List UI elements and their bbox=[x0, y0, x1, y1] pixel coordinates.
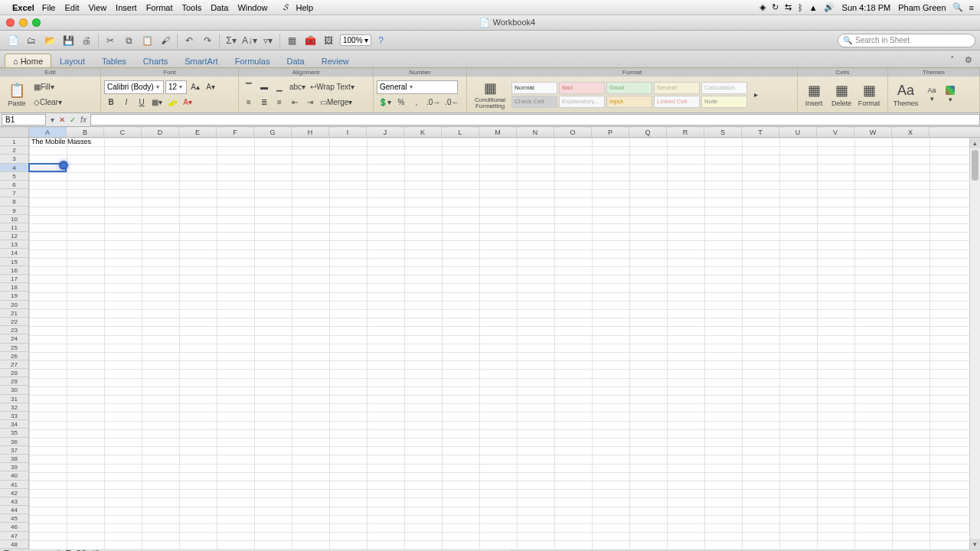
col-header-M[interactable]: M bbox=[479, 127, 517, 137]
row-header-45[interactable]: 45 bbox=[0, 514, 28, 523]
style-note[interactable]: Note bbox=[701, 96, 747, 108]
menu-data[interactable]: Data bbox=[211, 3, 228, 12]
tab-data[interactable]: Data bbox=[278, 54, 312, 67]
fill-button[interactable]: ▦ Fill ▾ bbox=[32, 80, 56, 94]
cut-button[interactable]: ✂ bbox=[102, 33, 119, 48]
vscroll-thumb[interactable] bbox=[972, 150, 978, 181]
col-header-Q[interactable]: Q bbox=[629, 127, 667, 137]
col-header-I[interactable]: I bbox=[329, 127, 367, 137]
print-button[interactable]: 🖨 bbox=[78, 33, 95, 48]
font-color-button[interactable]: A▾ bbox=[181, 96, 194, 109]
align-top-button[interactable]: ▔ bbox=[242, 80, 256, 94]
col-header-W[interactable]: W bbox=[854, 127, 892, 137]
decrease-indent-button[interactable]: ⇤ bbox=[288, 96, 302, 109]
zoom-combo[interactable]: 100%▾ bbox=[340, 34, 371, 46]
row-header-16[interactable]: 16 bbox=[0, 266, 28, 275]
row-header-17[interactable]: 17 bbox=[0, 275, 28, 283]
percent-button[interactable]: % bbox=[394, 96, 408, 109]
menu-window[interactable]: Window bbox=[237, 3, 267, 12]
help-button[interactable]: ? bbox=[373, 33, 390, 48]
menu-file[interactable]: File bbox=[42, 3, 56, 12]
delete-cells-button[interactable]: ▦Delete bbox=[828, 82, 854, 107]
undo-button[interactable]: ↶ bbox=[181, 33, 198, 48]
row-header-38[interactable]: 38 bbox=[0, 455, 28, 463]
new-from-template-button[interactable]: 🗂 bbox=[23, 33, 40, 48]
row-header-30[interactable]: 30 bbox=[0, 386, 28, 394]
col-header-P[interactable]: P bbox=[592, 127, 629, 137]
formula-cancel-button[interactable]: ✕ bbox=[57, 116, 67, 124]
row-header-20[interactable]: 20 bbox=[0, 301, 28, 309]
paste-button[interactable]: 📋 bbox=[139, 33, 155, 48]
col-header-X[interactable]: X bbox=[892, 127, 929, 137]
theme-fonts-button[interactable]: Aa▾ bbox=[922, 86, 942, 103]
toolbox-button[interactable]: 🧰 bbox=[302, 33, 318, 48]
themes-button[interactable]: AaThemes bbox=[891, 83, 920, 107]
save-button[interactable]: 💾 bbox=[60, 33, 77, 48]
row-header-23[interactable]: 23 bbox=[0, 326, 28, 334]
fill-color-button[interactable]: ◢▾ bbox=[165, 96, 179, 109]
align-center-button[interactable]: ≣ bbox=[257, 96, 271, 109]
redo-button[interactable]: ↷ bbox=[199, 33, 216, 48]
row-header-1[interactable]: 1 bbox=[0, 138, 28, 146]
insert-cells-button[interactable]: ▦Insert bbox=[801, 82, 827, 107]
row-header-21[interactable]: 21 bbox=[0, 309, 28, 318]
grow-font-button[interactable]: A▴ bbox=[188, 80, 202, 94]
select-all-corner[interactable] bbox=[0, 127, 29, 138]
row-header-42[interactable]: 42 bbox=[0, 489, 28, 497]
wrap-text-button[interactable]: ↩ Wrap Text ▾ bbox=[309, 80, 356, 94]
col-header-T[interactable]: T bbox=[742, 127, 779, 137]
shrink-font-button[interactable]: A▾ bbox=[204, 80, 217, 94]
tab-tables[interactable]: Tables bbox=[93, 54, 135, 67]
timemachine-icon[interactable]: ↻ bbox=[772, 2, 779, 12]
tab-review[interactable]: Review bbox=[313, 54, 358, 67]
paste-button-large[interactable]: 📋Paste bbox=[3, 82, 31, 107]
style-input[interactable]: Input bbox=[606, 96, 652, 108]
row-header-7[interactable]: 7 bbox=[0, 189, 28, 197]
row-header-9[interactable]: 9 bbox=[0, 207, 28, 215]
conditional-formatting-button[interactable]: ▦Conditional Formatting bbox=[470, 80, 510, 109]
bold-button[interactable]: B bbox=[104, 96, 118, 109]
name-box[interactable]: B1 bbox=[2, 114, 46, 126]
row-header-43[interactable]: 43 bbox=[0, 497, 28, 506]
tab-smartart[interactable]: SmartArt bbox=[176, 54, 226, 67]
sort-button[interactable]: A↓▾ bbox=[241, 33, 258, 48]
col-header-N[interactable]: N bbox=[517, 127, 554, 137]
row-header-33[interactable]: 33 bbox=[0, 412, 28, 420]
number-format-combo[interactable]: General▾ bbox=[377, 80, 458, 94]
scroll-down-arrow[interactable]: ▾ bbox=[970, 539, 980, 549]
row-header-18[interactable]: 18 bbox=[0, 283, 28, 292]
style-normal[interactable]: Normal bbox=[511, 82, 557, 94]
row-header-31[interactable]: 31 bbox=[0, 395, 28, 403]
menu-insert[interactable]: Insert bbox=[116, 3, 137, 12]
tab-home[interactable]: ⌂Home bbox=[5, 54, 51, 67]
row-header-35[interactable]: 35 bbox=[0, 429, 28, 437]
col-header-A[interactable]: A bbox=[29, 127, 67, 137]
row-header-8[interactable]: 8 bbox=[0, 197, 28, 206]
menu-edit[interactable]: Edit bbox=[64, 3, 79, 12]
menu-view[interactable]: View bbox=[88, 3, 106, 12]
user-menu[interactable]: Pham Green bbox=[898, 3, 946, 12]
wifi-icon[interactable]: ⇆ bbox=[785, 2, 792, 12]
app-name[interactable]: Excel bbox=[12, 3, 34, 12]
menu-format[interactable]: Format bbox=[146, 3, 173, 12]
row-header-4[interactable]: 4 bbox=[0, 164, 28, 172]
notifications-icon[interactable]: ≡ bbox=[969, 3, 974, 12]
font-name-combo[interactable]: Calibri (Body)▾ bbox=[104, 80, 164, 94]
row-header-39[interactable]: 39 bbox=[0, 463, 28, 471]
style-good[interactable]: Good bbox=[606, 82, 652, 94]
open-button[interactable]: 📂 bbox=[41, 33, 58, 48]
decrease-decimal-button[interactable]: .0← bbox=[443, 96, 460, 109]
row-header-44[interactable]: 44 bbox=[0, 506, 28, 514]
row-header-46[interactable]: 46 bbox=[0, 523, 28, 531]
tab-layout[interactable]: Layout bbox=[51, 54, 93, 67]
name-box-dropdown[interactable]: ▾ bbox=[47, 116, 57, 124]
media-browser-button[interactable]: 🖼 bbox=[320, 33, 337, 48]
theme-colors-button[interactable]: ▾ bbox=[943, 86, 957, 103]
col-header-E[interactable]: E bbox=[179, 127, 217, 137]
orientation-button[interactable]: abc▾ bbox=[288, 80, 307, 94]
row-header-2[interactable]: 2 bbox=[0, 146, 28, 155]
search-in-sheet[interactable]: 🔍 Search in Sheet bbox=[838, 34, 975, 47]
menu-help[interactable]: Help bbox=[296, 3, 314, 12]
volume-icon[interactable]: 🔊 bbox=[824, 2, 835, 12]
new-workbook-button[interactable]: 📄 bbox=[5, 33, 21, 48]
